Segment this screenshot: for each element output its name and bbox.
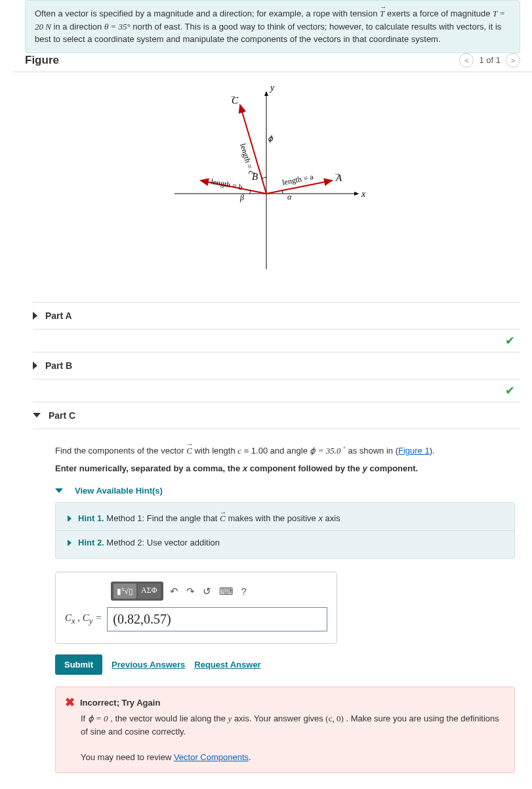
feedback-panel: ✖ Incorrect; Try Again If ϕ = 0 , the ve…: [55, 687, 515, 773]
format-text: component followed by the: [247, 463, 363, 473]
fb-eq: ϕ = 0: [88, 714, 108, 723]
chevron-down-icon: [55, 488, 63, 493]
format-text: Enter numerically, separated by a comma,…: [55, 463, 243, 473]
help-button[interactable]: ?: [237, 583, 251, 599]
intro-text-1: Often a vector is specified by a magnitu…: [35, 9, 380, 18]
part-c-format: Enter numerically, separated by a comma,…: [55, 462, 515, 476]
reset-button[interactable]: ↺: [199, 583, 215, 600]
svg-text:y: y: [269, 83, 275, 93]
request-answer-link[interactable]: Request Answer: [194, 660, 260, 670]
hint-2-text: Method 2: Use vector addition: [106, 538, 220, 547]
chevron-down-icon: [33, 413, 41, 417]
redo-button[interactable]: ↷: [182, 583, 199, 600]
undo-button[interactable]: ↶: [166, 583, 182, 600]
vector-components-link[interactable]: Vector Components: [174, 752, 249, 762]
part-a-toggle[interactable]: Part A: [33, 302, 520, 329]
hint-1-text: axis: [325, 513, 340, 523]
svg-text:length = b: length = b: [210, 177, 243, 192]
pager-next-button[interactable]: >: [506, 53, 520, 68]
part-c-body: Find the components of the vector C with…: [33, 429, 520, 780]
intro-text-3: in a direction: [54, 22, 104, 32]
answer-variable-label: Cx , Cy =: [65, 612, 102, 626]
intro-callout: Often a vector is specified by a magnitu…: [25, 0, 520, 53]
submit-button[interactable]: Submit: [55, 654, 102, 675]
svg-text:ϕ: ϕ: [268, 134, 274, 143]
hints-toggle-label: View Available Hint(s): [75, 486, 163, 496]
part-c-prompt: Find the components of the vector C with…: [55, 444, 515, 458]
hint-1-x: x: [318, 513, 323, 523]
hint-1-text: Method 1: Find the angle that: [106, 513, 220, 523]
pager-label: 1 of 1: [479, 55, 501, 65]
format-text: component.: [367, 463, 418, 473]
check-icon: ✔: [505, 383, 515, 398]
fb-ans: (c, 0): [325, 714, 343, 723]
hint-1-label: Hint 1.: [78, 513, 104, 523]
hint-2-toggle[interactable]: Hint 2. Method 2: Use vector addition: [56, 530, 514, 554]
fb-text: You may need to review: [81, 752, 174, 762]
equation-toolbar: ▮x√▯ ΑΣΦ ↶ ↷ ↺ ⌨ ?: [111, 582, 327, 601]
feedback-body: If ϕ = 0 , the vector would lie along th…: [81, 712, 505, 763]
format-y: y: [363, 463, 367, 473]
intro-eq-2: θ = 35°: [104, 22, 131, 32]
prompt-text: Find the components of the vector: [55, 446, 186, 456]
part-c-label: Part C: [49, 410, 75, 421]
hint-1-toggle[interactable]: Hint 1. Method 1: Find the angle that C …: [56, 507, 514, 530]
chevron-right-icon: [33, 312, 37, 320]
previous-answers-link[interactable]: Previous Answers: [112, 660, 185, 670]
vector-C: C: [186, 444, 192, 458]
figure-canvas: x y A → length = a α B → length = b β C …: [0, 72, 532, 302]
chevron-right-icon: [68, 540, 72, 546]
pager-prev-button[interactable]: <: [459, 53, 474, 68]
chevron-right-icon: [68, 515, 72, 522]
hints-toggle[interactable]: View Available Hint(s): [55, 486, 515, 496]
fb-y: y: [228, 714, 232, 723]
prompt-text: as shown in (: [348, 446, 398, 456]
prompt-deg: °: [343, 445, 346, 452]
chevron-right-icon: [33, 362, 37, 370]
vector-C: C: [220, 513, 226, 524]
x-icon: ✖: [65, 695, 75, 710]
figure-link[interactable]: Figure 1: [398, 446, 430, 456]
svg-text:α: α: [287, 192, 292, 202]
part-b-label: Part B: [45, 360, 72, 371]
fb-text: axis. Your answer gives: [234, 714, 325, 723]
vector-T: T: [380, 7, 384, 20]
prompt-eq: ϕ = 35.0: [310, 446, 340, 456]
fb-text: .: [249, 752, 251, 762]
fb-text: , the vector would lie along the: [110, 714, 228, 723]
hint-2-label: Hint 2.: [78, 538, 104, 547]
fb-text: If: [81, 714, 88, 723]
equation-editor-button[interactable]: ▮x√▯: [113, 584, 136, 599]
svg-text:→: →: [334, 170, 340, 177]
answer-input[interactable]: [107, 607, 327, 631]
svg-text:length = c: length = c: [238, 142, 256, 175]
figure-pager: < 1 of 1 >: [459, 53, 520, 68]
part-c-toggle[interactable]: Part C: [33, 402, 520, 429]
answer-panel: ▮x√▯ ΑΣΦ ↶ ↷ ↺ ⌨ ? Cx , Cy =: [55, 572, 337, 644]
part-a-label: Part A: [45, 310, 72, 321]
figure-title: Figure: [25, 54, 59, 67]
check-icon: ✔: [505, 333, 515, 348]
part-b-toggle[interactable]: Part B: [33, 352, 520, 379]
svg-text:β: β: [239, 193, 244, 202]
greek-letters-button[interactable]: ΑΣΦ: [138, 584, 160, 599]
prompt-var: c: [237, 446, 241, 456]
svg-text:→: →: [230, 93, 236, 100]
hint-1-text: makes with the positive: [228, 513, 318, 523]
prompt-text: with length: [194, 446, 237, 456]
intro-text-2: exerts a force of magnitude: [387, 9, 493, 18]
vector-diagram: x y A → length = a α B → length = b β C …: [148, 79, 384, 276]
prompt-text: ).: [430, 446, 435, 456]
feedback-heading: Incorrect; Try Again: [80, 698, 160, 708]
hints-panel: Hint 1. Method 1: Find the angle that C …: [55, 502, 515, 559]
svg-text:x: x: [361, 189, 366, 199]
keyboard-button[interactable]: ⌨: [215, 583, 237, 600]
prompt-text: = 1.00 and angle: [244, 446, 310, 456]
